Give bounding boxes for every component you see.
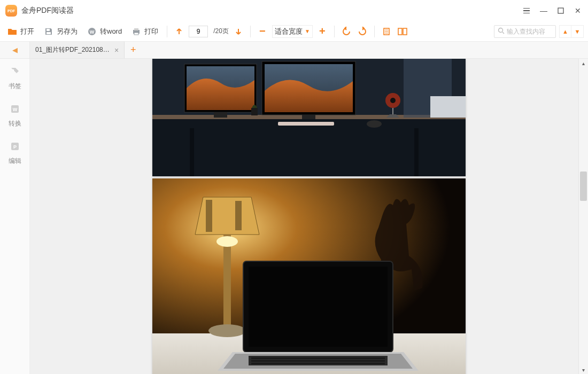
- svg-point-14: [499, 28, 503, 32]
- pdf-page: [152, 59, 466, 176]
- close-button[interactable]: ✕: [573, 6, 583, 15]
- svg-text:P: P: [13, 144, 16, 150]
- prev-page-button[interactable]: [173, 25, 185, 38]
- scrollbar-track[interactable]: [579, 67, 588, 365]
- folder-open-icon: [7, 27, 17, 36]
- print-icon: [131, 27, 141, 36]
- sidebar-convert-label: 转换: [9, 119, 21, 128]
- open-label: 打开: [20, 27, 34, 36]
- edit-icon: P: [10, 141, 20, 153]
- svg-point-16: [12, 69, 14, 71]
- title-bar: 金舟PDF阅读器 — ✕: [0, 0, 588, 21]
- to-word-label: 转word: [100, 27, 122, 36]
- save-icon: [44, 27, 53, 36]
- new-tab-button[interactable]: +: [125, 42, 142, 58]
- svg-rect-2: [47, 32, 51, 34]
- search-box[interactable]: [494, 25, 556, 38]
- scroll-down-button[interactable]: ▾: [579, 365, 588, 374]
- svg-rect-44: [223, 235, 231, 325]
- separator: [374, 26, 375, 37]
- sidebar-bookmark-label: 书签: [9, 82, 21, 91]
- svg-point-31: [390, 98, 396, 103]
- save-as-button[interactable]: 另存为: [41, 25, 81, 38]
- print-button[interactable]: 打印: [128, 25, 161, 38]
- two-page-view-button[interactable]: [396, 25, 409, 38]
- svg-rect-13: [403, 28, 407, 35]
- svg-rect-6: [134, 28, 138, 30]
- window-controls: — ✕: [522, 6, 583, 15]
- svg-point-46: [216, 236, 238, 247]
- page-canvas[interactable]: [30, 59, 588, 374]
- single-page-view-button[interactable]: [380, 25, 393, 38]
- sidebar-item-convert[interactable]: W 转换: [9, 104, 21, 128]
- rotate-cw-button[interactable]: [356, 25, 369, 38]
- svg-rect-42: [206, 200, 212, 232]
- toolbar: 打开 另存为 W 转word 打印 /20页 − 适合宽度 ▼ + ▲ ▼: [0, 21, 588, 42]
- triangle-left-icon: ◀: [12, 46, 18, 54]
- separator: [250, 26, 251, 37]
- search-nav: ▲ ▼: [559, 25, 584, 38]
- svg-rect-43: [235, 201, 242, 230]
- svg-text:W: W: [90, 29, 95, 35]
- svg-rect-34: [430, 96, 466, 118]
- svg-rect-29: [302, 115, 315, 119]
- to-word-button[interactable]: W 转word: [84, 25, 125, 38]
- svg-rect-52: [251, 363, 385, 364]
- pdf-page: [152, 178, 466, 374]
- search-prev-button[interactable]: ▲: [560, 26, 571, 37]
- page-total-label: /20页: [213, 27, 229, 36]
- tab-close-button[interactable]: ×: [114, 46, 119, 54]
- document-tab[interactable]: 01_图片转PDF_2021080... ×: [30, 42, 125, 58]
- svg-rect-51: [251, 360, 385, 362]
- page-number-input[interactable]: [189, 26, 208, 37]
- convert-icon: W: [10, 104, 20, 116]
- svg-rect-39: [414, 128, 419, 176]
- svg-rect-0: [558, 8, 563, 13]
- main-body: 书签 W 转换 P 编辑: [0, 59, 588, 374]
- print-label: 打印: [144, 27, 158, 36]
- scroll-up-button[interactable]: ▴: [579, 59, 588, 67]
- app-logo-icon: [5, 5, 17, 17]
- pdf-viewer: ▴ ▾: [30, 59, 588, 374]
- scrollbar-thumb[interactable]: [580, 172, 587, 201]
- sidebar-item-edit[interactable]: P 编辑: [9, 141, 21, 166]
- separator: [334, 26, 335, 37]
- svg-rect-26: [214, 112, 227, 118]
- rotate-ccw-button[interactable]: [340, 25, 353, 38]
- chevron-down-icon: ▼: [305, 28, 310, 34]
- tag-icon: [10, 66, 20, 79]
- save-as-label: 另存为: [57, 27, 78, 36]
- sidebar-item-bookmark[interactable]: 书签: [9, 66, 21, 91]
- svg-rect-23: [152, 119, 466, 176]
- svg-point-37: [367, 120, 382, 128]
- app-title: 金舟PDF阅读器: [21, 6, 522, 15]
- svg-rect-7: [134, 33, 138, 35]
- zoom-mode-label: 适合宽度: [275, 27, 303, 36]
- svg-text:W: W: [12, 107, 17, 112]
- tab-scroll-left[interactable]: ◀: [0, 42, 30, 58]
- svg-rect-36: [278, 122, 334, 126]
- menu-icon[interactable]: [522, 6, 531, 15]
- zoom-in-button[interactable]: +: [316, 25, 329, 38]
- svg-rect-48: [249, 267, 388, 347]
- separator: [167, 26, 167, 37]
- word-icon: W: [87, 27, 97, 36]
- search-next-button[interactable]: ▼: [571, 26, 583, 37]
- search-input[interactable]: [507, 28, 552, 35]
- tab-label: 01_图片转PDF_2021080...: [35, 45, 110, 54]
- next-page-button[interactable]: [232, 25, 245, 38]
- svg-rect-50: [251, 357, 385, 359]
- tab-strip: ◀ 01_图片转PDF_2021080... × +: [0, 42, 588, 59]
- vertical-scrollbar[interactable]: ▴ ▾: [578, 59, 588, 374]
- zoom-out-button[interactable]: −: [256, 25, 269, 38]
- svg-line-15: [502, 32, 504, 34]
- zoom-mode-select[interactable]: 适合宽度 ▼: [272, 25, 313, 38]
- open-button[interactable]: 打开: [4, 25, 37, 38]
- search-icon: [498, 27, 505, 36]
- maximize-button[interactable]: [556, 6, 566, 15]
- minimize-button[interactable]: —: [539, 6, 548, 15]
- svg-rect-12: [398, 28, 402, 35]
- left-sidebar: 书签 W 转换 P 编辑: [0, 59, 30, 374]
- svg-rect-35: [251, 108, 258, 115]
- svg-rect-38: [190, 128, 194, 176]
